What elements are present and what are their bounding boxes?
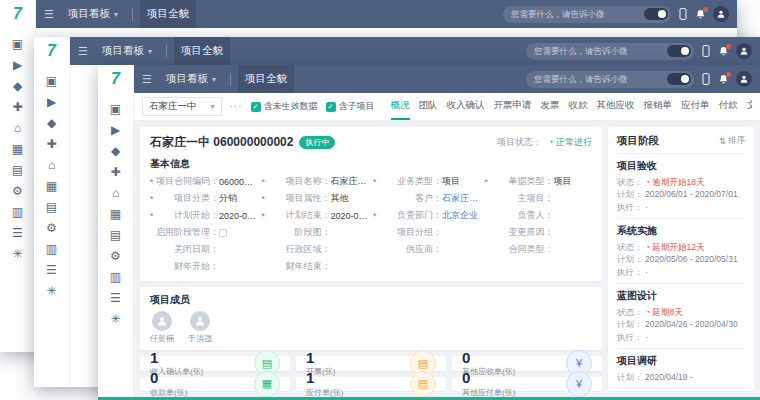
board-menu[interactable]: 项目看板▾ (95, 37, 159, 65)
sidebar-assets-icon[interactable]: ◆ (111, 145, 120, 157)
assistant-search[interactable] (526, 71, 694, 88)
sidebar-assets-icon[interactable]: ◆ (13, 80, 22, 92)
divider (230, 73, 231, 86)
tab-revenue-confirm[interactable]: 收入确认 (447, 93, 485, 120)
member-item[interactable]: 于洪强 (188, 311, 212, 344)
board-menu[interactable]: 项目看板▾ (61, 0, 125, 28)
stat-card-other-payable[interactable]: 0其他应付单(张) ¥ (452, 377, 602, 392)
sidebar-documents-icon[interactable]: ▤ (12, 164, 23, 176)
stage-item-acceptance[interactable]: 项目验收 状态：◔ 逾期开始18天 计划：2020/06/01 - 2020/0… (617, 154, 745, 219)
user-avatar[interactable] (713, 6, 729, 22)
tab-team[interactable]: 团队 (419, 93, 438, 120)
stat-card-payable[interactable]: 1应付单(张) ▤ (296, 377, 446, 392)
tab-receipt[interactable]: 收款 (569, 93, 588, 120)
sidebar-plus-icon[interactable]: ✚ (46, 138, 56, 150)
mobile-icon[interactable] (701, 45, 711, 57)
tab-overview[interactable]: 概况 (391, 93, 410, 120)
sidebar-list-icon[interactable]: ☰ (110, 292, 121, 304)
sidebar-assets-icon[interactable]: ◆ (47, 117, 56, 129)
sidebar-list-icon[interactable]: ☰ (12, 227, 23, 239)
stat-card-receipt[interactable]: 0收款单(张) ▦ (140, 377, 290, 392)
user-avatar[interactable] (736, 43, 752, 59)
notifications-bell-icon[interactable] (718, 74, 729, 85)
sort-button[interactable]: ⇅排序 (719, 135, 745, 147)
stage-mgmt-checkbox[interactable] (219, 229, 227, 237)
sidebar-apps-grid-icon[interactable]: ▦ (46, 180, 57, 192)
notifications-bell-icon[interactable] (718, 46, 729, 57)
sidebar-folder-icon[interactable]: ▣ (46, 75, 57, 87)
tab-project-overview[interactable]: 项目全貌 (140, 0, 196, 28)
sidebar-folder-icon[interactable]: ▣ (12, 38, 23, 50)
sidebar-home-icon[interactable]: ⌂ (14, 122, 21, 134)
stage-item-implementation[interactable]: 系统实施 状态：◔ 延期开始12天 计划：2020/05/06 - 2020/0… (617, 219, 745, 284)
field-business-type: *业务类型：项目 (373, 175, 481, 188)
sidebar-media-icon[interactable]: ▶ (111, 124, 120, 136)
sidebar-list-icon[interactable]: ☰ (46, 264, 57, 276)
board-menu[interactable]: 项目看板▾ (159, 65, 223, 93)
tab-payment[interactable]: 付款 (719, 93, 738, 120)
clock-icon: ◔ (645, 242, 650, 252)
menu-icon[interactable]: ☰ (44, 8, 54, 21)
more-options-icon[interactable]: ··· (230, 101, 243, 112)
tab-other-receivable[interactable]: 其他应收 (597, 93, 635, 120)
sidebar-plus-icon[interactable]: ✚ (12, 101, 22, 113)
stat-card-invoicing[interactable]: 1开票(张) ▤ (296, 356, 446, 371)
filter-bar: 石家庄一中▾ ··· ✓含未生效数据 ✓含子项目 概况 团队 收入确认 开票申请… (134, 93, 760, 121)
sidebar-documents-icon[interactable]: ▤ (46, 201, 57, 213)
stat-card-other-receivable[interactable]: 0其他应收单(张) ¥ (452, 356, 602, 371)
window-front: 7 ▣ ▶ ◆ ✚ ⌂ ▦ ▤ ⚙ ▥ ☰ ✳ ☰ 项目看板▾ 项目全貌 (98, 65, 760, 400)
tab-project-overview[interactable]: 项目全貌 (238, 65, 294, 93)
checkbox-include-inactive[interactable]: ✓含未生效数据 (251, 100, 318, 113)
search-input[interactable] (534, 74, 662, 84)
notifications-bell-icon[interactable] (695, 9, 706, 20)
sidebar-misc-icon[interactable]: ✳ (46, 285, 56, 297)
assistant-toggle[interactable] (667, 73, 691, 85)
stage-item-blueprint[interactable]: 蓝图设计 状态：◔ 延期8天 计划：2020/04/26 - 2020/04/3… (617, 284, 745, 349)
tab-invoice-apply[interactable]: 开票申请 (494, 93, 532, 120)
menu-icon[interactable]: ☰ (78, 45, 88, 58)
sidebar-folder-icon[interactable]: ▣ (110, 103, 121, 115)
sidebar-home-icon[interactable]: ⌂ (112, 187, 119, 199)
sidebar-misc-icon[interactable]: ✳ (110, 313, 120, 325)
tab-invoice[interactable]: 发票 (541, 93, 560, 120)
tab-project-overview[interactable]: 项目全貌 (174, 37, 230, 65)
assistant-search[interactable] (503, 6, 671, 23)
assistant-toggle[interactable] (644, 8, 668, 20)
search-input[interactable] (534, 46, 662, 56)
sidebar-reports-icon[interactable]: ▥ (46, 243, 57, 255)
search-input[interactable] (511, 9, 639, 19)
stage-item-research[interactable]: 项目调研 计划：2020/04/19 - (617, 349, 745, 389)
sidebar-home-icon[interactable]: ⌂ (48, 159, 55, 171)
card-icon: ▦ (254, 371, 280, 397)
member-item[interactable]: 任贺楠 (150, 311, 174, 344)
sidebar-gear-icon[interactable]: ⚙ (110, 250, 121, 262)
sidebar-apps-grid-icon[interactable]: ▦ (12, 143, 23, 155)
sidebar-plus-icon[interactable]: ✚ (110, 166, 120, 178)
app-logo: 7 (47, 37, 56, 65)
tab-docs[interactable]: 文档 (747, 93, 752, 120)
sidebar-misc-icon[interactable]: ✳ (12, 248, 22, 260)
stat-card-revenue-confirm[interactable]: 1收入确认单(张) ▤ (140, 356, 290, 371)
sidebar-reports-icon[interactable]: ▥ (110, 271, 121, 283)
sidebar-documents-icon[interactable]: ▤ (110, 229, 121, 241)
sidebar-gear-icon[interactable]: ⚙ (12, 185, 23, 197)
sidebar-reports-icon[interactable]: ▥ (12, 206, 23, 218)
field-dept: *负责部门：北京企业 (373, 209, 481, 222)
tab-payable[interactable]: 应付单 (681, 93, 710, 120)
mobile-icon[interactable] (678, 8, 688, 20)
menu-icon[interactable]: ☰ (142, 73, 152, 86)
sidebar-gear-icon[interactable]: ⚙ (46, 222, 57, 234)
assistant-search[interactable] (526, 43, 694, 60)
customer-link[interactable]: 石家庄客户 (442, 192, 481, 205)
user-avatar[interactable] (736, 71, 752, 87)
sidebar-media-icon[interactable]: ▶ (13, 59, 22, 71)
mobile-icon[interactable] (701, 73, 711, 85)
project-stages-panel: 项目阶段 ⇅排序 项目验收 状态：◔ 逾期开始18天 计划：2020/06/01… (608, 127, 754, 391)
project-select[interactable]: 石家庄一中▾ (142, 97, 222, 116)
tab-reimburse[interactable]: 报销单 (644, 93, 673, 120)
assistant-toggle[interactable] (667, 45, 691, 57)
sidebar-media-icon[interactable]: ▶ (47, 96, 56, 108)
dept-link[interactable]: 北京企业 (442, 209, 478, 222)
checkbox-include-subprojects[interactable]: ✓含子项目 (326, 100, 375, 113)
sidebar-apps-grid-icon[interactable]: ▦ (110, 208, 121, 220)
